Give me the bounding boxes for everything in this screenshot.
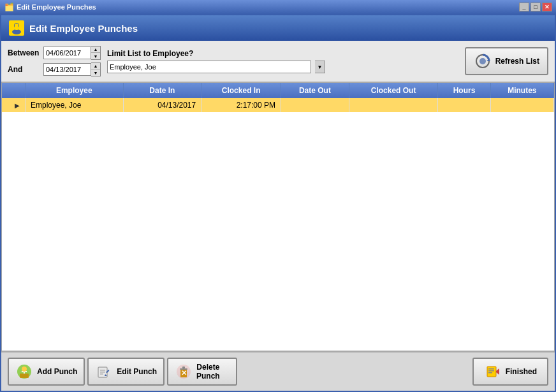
minimize-button[interactable]: _: [519, 3, 529, 11]
finished-icon: [484, 363, 502, 381]
maximize-button[interactable]: □: [530, 3, 541, 11]
svg-rect-22: [487, 367, 496, 377]
svg-rect-12: [100, 370, 105, 371]
bottom-toolbar: + Add Punch Edit Punch: [1, 351, 555, 391]
date-from-group: ▲ ▼: [43, 46, 101, 60]
svg-text:✕: ✕: [181, 369, 187, 377]
table-header-row: Employee Date In Clocked In Date Out Clo…: [2, 83, 554, 98]
title-bar: 🗂️ Edit Employee Punches _ □ ✕: [0, 0, 556, 14]
svg-point-1: [12, 29, 21, 34]
and-row: And ▲ ▼: [8, 62, 101, 76]
window-header-icon: [9, 20, 24, 36]
limit-label: Limit List to Employee?: [107, 49, 193, 58]
col-date-in: Date In: [123, 83, 201, 98]
employee-dropdown-arrow[interactable]: ▼: [315, 61, 325, 73]
refresh-icon: [474, 52, 492, 70]
date-to-group: ▲ ▼: [43, 62, 101, 76]
limit-row: Limit List to Employee?: [107, 49, 458, 58]
svg-marker-23: [496, 368, 499, 375]
col-minutes: Minutes: [490, 83, 553, 98]
window-header: Edit Employee Punches: [1, 15, 555, 41]
between-label: Between: [8, 48, 40, 57]
title-bar-icon: 🗂️: [4, 2, 14, 12]
add-punch-label: Add Punch: [37, 367, 77, 376]
date-to-spinner: ▲ ▼: [91, 62, 101, 76]
date-from-spinner: ▲ ▼: [91, 46, 101, 60]
close-button[interactable]: ✕: [542, 3, 552, 11]
edit-punch-button[interactable]: Edit Punch: [87, 358, 165, 386]
date-from-up[interactable]: ▲: [91, 47, 100, 53]
controls-area: Between ▲ ▼ And ▲ ▼: [1, 41, 555, 82]
between-row: Between ▲ ▼: [8, 46, 101, 60]
employee-controls: Limit List to Employee? ▼: [107, 49, 458, 73]
finished-button[interactable]: Finished: [472, 358, 548, 386]
date-from-down[interactable]: ▼: [91, 53, 100, 59]
svg-point-5: [479, 58, 486, 64]
delete-punch-button[interactable]: ✕ DeletePunch: [167, 358, 237, 386]
cell-minutes: [490, 98, 553, 112]
cell-date-in: 04/13/2017: [123, 98, 201, 112]
date-to-input[interactable]: [43, 63, 91, 76]
col-employee: Employee: [26, 83, 124, 98]
and-label: And: [8, 65, 40, 74]
table-row[interactable]: ▶ Employee, Joe 04/13/2017 2:17:00 PM: [2, 98, 554, 112]
title-bar-controls: _ □ ✕: [519, 3, 552, 11]
table-area: Employee Date In Clocked In Date Out Clo…: [1, 82, 555, 351]
edit-punch-icon: [95, 363, 113, 381]
svg-rect-24: [488, 368, 494, 370]
svg-rect-9: [20, 374, 29, 378]
refresh-label: Refresh List: [495, 57, 539, 66]
finished-label: Finished: [506, 367, 537, 376]
cell-clocked-in: 2:17:00 PM: [201, 98, 281, 112]
svg-rect-20: [182, 367, 185, 368]
add-punch-icon: +: [15, 363, 33, 381]
date-from-input[interactable]: [43, 47, 91, 59]
cell-clocked-out: [349, 98, 438, 112]
delete-punch-icon: ✕: [175, 363, 193, 381]
cell-employee: Employee, Joe: [26, 98, 124, 112]
svg-rect-14: [100, 374, 103, 375]
edit-punch-label: Edit Punch: [117, 367, 157, 376]
svg-rect-26: [488, 372, 492, 374]
date-controls: Between ▲ ▼ And ▲ ▼: [8, 46, 101, 76]
delete-punch-label: DeletePunch: [196, 363, 220, 381]
punches-table: Employee Date In Clocked In Date Out Clo…: [2, 83, 554, 112]
window-title: Edit Employee Punches: [29, 23, 138, 34]
svg-point-3: [15, 24, 18, 27]
date-to-down[interactable]: ▼: [91, 69, 100, 76]
svg-rect-13: [100, 372, 105, 373]
refresh-button[interactable]: Refresh List: [465, 47, 548, 75]
cell-hours: [438, 98, 490, 112]
svg-point-10: [22, 367, 27, 372]
col-date-out: Date Out: [281, 83, 349, 98]
col-clocked-out: Clocked Out: [349, 83, 438, 98]
col-hours: Hours: [438, 83, 490, 98]
col-indicator: [2, 83, 26, 98]
add-punch-button[interactable]: + Add Punch: [8, 358, 85, 386]
col-clocked-in: Clocked In: [201, 83, 281, 98]
employee-row: ▼: [107, 61, 458, 73]
employee-input[interactable]: [107, 61, 311, 73]
row-indicator: ▶: [2, 98, 26, 112]
svg-rect-25: [488, 370, 494, 372]
main-window: Edit Employee Punches Between ▲ ▼ And: [0, 14, 556, 392]
title-bar-text: Edit Employee Punches: [17, 3, 96, 11]
date-to-up[interactable]: ▲: [91, 63, 100, 69]
cell-date-out: [281, 98, 349, 112]
